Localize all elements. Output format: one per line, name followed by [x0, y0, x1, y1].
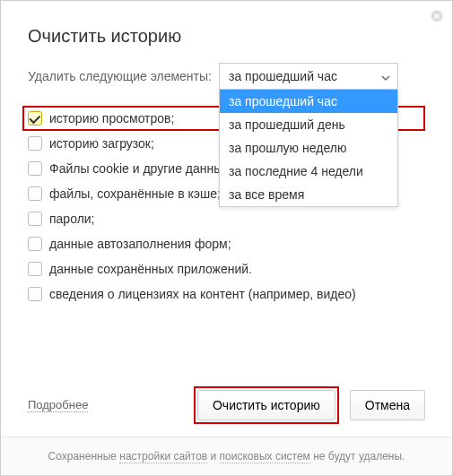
dropdown-option[interactable]: за прошедший день	[220, 113, 397, 136]
clear-history-dialog: Очистить историю Удалить следующие элеме…	[0, 0, 453, 476]
dropdown-option[interactable]: за последние 4 недели	[220, 160, 397, 183]
primary-button-highlight: Очистить историю	[194, 386, 339, 424]
info-text-prefix: Сохраненные	[48, 450, 120, 463]
info-bar: Сохраненные настройки сайтов и поисковых…	[1, 437, 452, 475]
checkbox-label[interactable]: файлы, сохранённые в кэше;	[49, 186, 221, 201]
checkbox[interactable]	[28, 212, 42, 226]
time-range-dropdown: за прошедший часза прошедший деньза прош…	[219, 90, 398, 207]
checkbox-label[interactable]: данные сохранённых приложений.	[49, 262, 252, 276]
checkbox[interactable]	[28, 111, 42, 125]
checkbox-label[interactable]: историю просмотров;	[49, 111, 174, 125]
dropdown-option[interactable]: за все время	[220, 183, 397, 206]
checkbox-label[interactable]: историю загрузок;	[49, 136, 154, 151]
checkbox-row: данные сохранённых приложений.	[28, 256, 425, 281]
cancel-button[interactable]: Отмена	[350, 390, 425, 420]
checkbox[interactable]	[28, 136, 42, 151]
checkbox-row: пароли;	[28, 206, 425, 231]
time-range-selected-value: за прошедший час	[229, 69, 337, 83]
checkbox[interactable]	[28, 287, 42, 301]
close-button[interactable]	[429, 8, 445, 24]
checkbox[interactable]	[28, 161, 42, 176]
dropdown-option[interactable]: за прошедший час	[220, 90, 397, 113]
site-settings-link[interactable]: настройки сайтов	[119, 450, 207, 463]
time-range-label: Удалить следующие элементы:	[28, 69, 212, 83]
time-range-select-wrap: за прошедший час за прошедший часза прош…	[219, 63, 425, 90]
checkbox-row: сведения о лицензиях на контент (наприме…	[28, 281, 425, 307]
checkbox-row: данные автозаполнения форм;	[28, 231, 425, 256]
checkbox[interactable]	[28, 186, 42, 201]
close-icon	[431, 10, 443, 22]
dialog-footer: Подробнее Очистить историю Отмена	[1, 374, 452, 437]
search-engines-link[interactable]: поисковых систем	[220, 450, 310, 463]
time-range-select[interactable]: за прошедший час	[219, 63, 398, 90]
info-text-mid: и	[207, 450, 219, 463]
clear-history-button[interactable]: Очистить историю	[197, 390, 335, 420]
dialog-content: Удалить следующие элементы: за прошедший…	[1, 63, 452, 374]
chevron-down-icon	[381, 69, 390, 83]
dialog-title: Очистить историю	[1, 1, 452, 63]
time-range-row: Удалить следующие элементы: за прошедший…	[28, 63, 425, 90]
checkbox[interactable]	[28, 237, 42, 251]
checkbox-label[interactable]: пароли;	[49, 212, 95, 226]
info-text-suffix: не будут удалены.	[310, 450, 405, 463]
checkbox[interactable]	[28, 262, 42, 276]
more-link[interactable]: Подробнее	[28, 398, 88, 412]
checkbox-label[interactable]: сведения о лицензиях на контент (наприме…	[49, 287, 356, 301]
checkbox-label[interactable]: данные автозаполнения форм;	[49, 237, 231, 251]
dropdown-option[interactable]: за прошлую неделю	[220, 136, 397, 160]
